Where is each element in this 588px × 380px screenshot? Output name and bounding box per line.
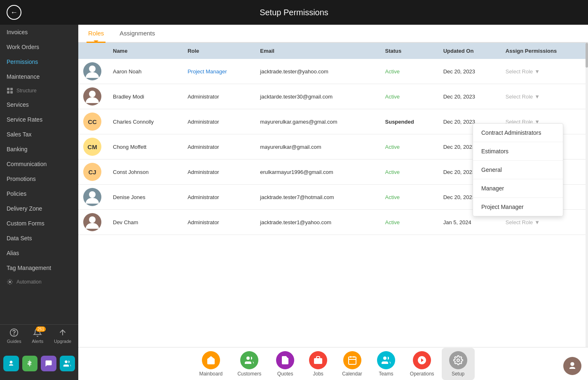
upgrade-label: Upgrade <box>54 339 71 344</box>
app-bar-jobs[interactable]: Jobs <box>302 348 335 380</box>
customers-label: Customers <box>237 371 261 377</box>
dropdown-item[interactable]: Project Manager <box>473 198 563 216</box>
sidebar: Invoices Work Orders Permissions Mainten… <box>0 25 78 347</box>
operations-icon <box>413 351 431 369</box>
svg-point-18 <box>383 357 387 360</box>
sidebar-item-data-sets[interactable]: Data Sets <box>0 231 78 246</box>
cell-role: Project Manager <box>181 59 253 84</box>
sidebar-label-communication: Communication <box>7 161 47 167</box>
svg-point-9 <box>89 191 96 198</box>
cell-role: Administrator <box>181 84 253 109</box>
chevron-down-icon: ▼ <box>534 94 540 100</box>
sidebar-bottom-nav: Guides 261 Alerts Upgrade <box>0 324 78 347</box>
sidebar-label-data-sets: Data Sets <box>7 235 32 242</box>
sidebar-label-automation: Automation <box>16 279 42 285</box>
sidebar-item-permissions[interactable]: Permissions <box>0 54 78 69</box>
hex-dollar-icon[interactable] <box>22 356 38 371</box>
app-bar-teams[interactable]: Teams <box>370 348 403 380</box>
cell-status: Suspended <box>379 109 437 134</box>
cell-role: Administrator <box>181 160 253 185</box>
app-bar-setup[interactable]: Setup <box>442 348 475 380</box>
mainboard-icon <box>202 351 220 369</box>
cell-email: mayurerulkar.games@gmal.com <box>253 109 378 134</box>
sidebar-label-permissions: Permissions <box>7 59 38 65</box>
sidebar-item-communication[interactable]: Communication <box>0 157 78 171</box>
cell-updated: Dec 20, 2023 <box>437 84 499 109</box>
svg-point-12 <box>246 357 250 360</box>
sidebar-item-service-rates[interactable]: Service Rates <box>0 112 78 127</box>
select-role-label: Select Role <box>506 68 533 75</box>
page-title: Setup Permissions <box>260 8 328 17</box>
hex-people-icon[interactable] <box>60 356 75 371</box>
svg-rect-1 <box>10 88 13 90</box>
app-bar-operations[interactable]: Operations <box>403 348 442 380</box>
cell-name: Denise Jones <box>106 185 181 210</box>
cell-email: jacktrade.tester@yahoo.com <box>253 59 378 84</box>
dropdown-item[interactable]: Contract Administrators <box>473 124 563 142</box>
sidebar-item-policies[interactable]: Policies <box>0 186 78 201</box>
sidebar-label-service-rates: Service Rates <box>7 116 42 123</box>
sidebar-section-automation: Automation <box>0 275 78 289</box>
hex-chat-icon[interactable] <box>41 356 56 371</box>
svg-rect-2 <box>7 91 9 94</box>
tab-roles[interactable]: Roles <box>87 25 105 43</box>
cell-assign[interactable]: Select Role▼ <box>499 84 588 109</box>
select-role-dropdown[interactable]: Select Role▼ <box>506 94 581 100</box>
sidebar-item-tag-management[interactable]: Tag Management <box>0 260 78 275</box>
sidebar-item-custom-forms[interactable]: Custom Forms <box>0 216 78 231</box>
back-button[interactable]: ← <box>7 5 21 20</box>
sidebar-item-invoices[interactable]: Invoices <box>0 25 78 40</box>
avatar-cell <box>78 84 106 109</box>
calendar-icon <box>343 351 361 369</box>
dropdown-item[interactable]: General <box>473 161 563 179</box>
sidebar-item-promotions[interactable]: Promotions <box>0 171 78 186</box>
table-row: Aaron NoahProject Managerjacktrade.teste… <box>78 59 588 84</box>
sidebar-section-structure: Structure <box>0 84 78 97</box>
user-avatar[interactable] <box>563 357 581 375</box>
dropdown-item[interactable]: Manager <box>473 179 563 198</box>
cell-role: Administrator <box>181 109 253 134</box>
sidebar-label-maintenance: Maintenance <box>7 73 40 80</box>
sidebar-item-services[interactable]: Services <box>0 97 78 112</box>
svg-rect-3 <box>10 91 13 94</box>
scrollbar[interactable] <box>586 43 588 347</box>
svg-point-11 <box>65 361 68 364</box>
app-bar-customers[interactable]: Customers <box>230 348 269 380</box>
sidebar-item-banking[interactable]: Banking <box>0 142 78 157</box>
avatar-cell <box>78 210 106 235</box>
svg-rect-0 <box>7 88 9 90</box>
sidebar-item-sales-tax[interactable]: Sales Tax <box>0 127 78 142</box>
avatar: CC <box>83 113 101 131</box>
sidebar-item-alias[interactable]: Alias <box>0 246 78 260</box>
cell-email: mayurerulkar@gmail.com <box>253 134 378 160</box>
sidebar-guides-button[interactable]: Guides <box>7 328 21 344</box>
svg-point-4 <box>9 281 11 283</box>
dropdown-item[interactable]: Estimators <box>473 142 563 161</box>
sidebar-alerts-button[interactable]: 261 Alerts <box>32 328 43 344</box>
sidebar-upgrade-button[interactable]: Upgrade <box>54 328 71 344</box>
col-role: Role <box>181 43 253 59</box>
scrollbar-thumb[interactable] <box>586 43 588 68</box>
col-email: Email <box>253 43 378 59</box>
sidebar-item-work-orders[interactable]: Work Orders <box>0 40 78 54</box>
avatar-cell: CM <box>78 134 106 160</box>
svg-point-6 <box>14 335 14 335</box>
select-role-dropdown[interactable]: Select Role▼ <box>506 68 581 75</box>
select-role-label: Select Role <box>506 219 533 225</box>
svg-point-8 <box>89 91 96 97</box>
avatar: CM <box>83 138 101 156</box>
sidebar-item-maintenance[interactable]: Maintenance <box>0 69 78 84</box>
tab-assignments[interactable]: Assignments <box>118 25 157 43</box>
select-role-dropdown[interactable]: Select Role▼ <box>506 219 581 225</box>
app-bar-calendar[interactable]: Calendar <box>335 348 370 380</box>
hex-person-icon[interactable] <box>3 356 19 371</box>
cell-status: Active <box>379 160 437 185</box>
sidebar-label-alias: Alias <box>7 250 19 256</box>
cell-assign[interactable]: Select Role▼ <box>499 59 588 84</box>
sidebar-item-delivery-zone[interactable]: Delivery Zone <box>0 201 78 216</box>
app-bar-quotes[interactable]: Quotes <box>269 348 302 380</box>
sidebar-label-banking: Banking <box>7 146 28 152</box>
tab-roles-label: Roles <box>88 30 104 37</box>
sidebar-label-policies: Policies <box>7 190 26 197</box>
app-bar-mainboard[interactable]: Mainboard <box>192 348 230 380</box>
